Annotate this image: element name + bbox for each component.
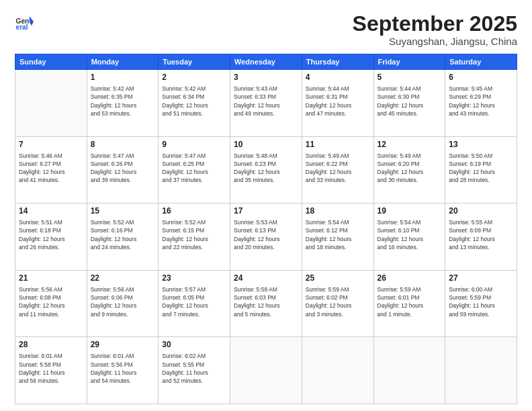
day-info: Sunrise: 5:56 AM Sunset: 6:08 PM Dayligh… — [19, 285, 83, 318]
calendar-cell — [302, 337, 373, 404]
weekday-header-thursday: Thursday — [302, 54, 373, 70]
day-number: 21 — [19, 273, 83, 284]
calendar-week-row: 1Sunrise: 5:42 AM Sunset: 6:35 PM Daylig… — [15, 70, 517, 137]
weekday-header-wednesday: Wednesday — [230, 54, 302, 70]
calendar-cell: 30Sunrise: 6:02 AM Sunset: 5:55 PM Dayli… — [159, 337, 230, 404]
calendar-table: SundayMondayTuesdayWednesdayThursdayFrid… — [15, 54, 517, 404]
weekday-header-friday: Friday — [373, 54, 445, 70]
calendar-cell: 4Sunrise: 5:44 AM Sunset: 6:31 PM Daylig… — [302, 70, 373, 137]
day-info: Sunrise: 5:54 AM Sunset: 6:12 PM Dayligh… — [306, 218, 370, 251]
day-number: 11 — [306, 139, 370, 150]
calendar-cell: 21Sunrise: 5:56 AM Sunset: 6:08 PM Dayli… — [15, 270, 87, 337]
day-number: 18 — [306, 205, 370, 217]
calendar-cell — [15, 70, 87, 137]
day-number: 26 — [378, 273, 442, 284]
calendar-cell: 18Sunrise: 5:54 AM Sunset: 6:12 PM Dayli… — [302, 203, 373, 271]
calendar-cell: 14Sunrise: 5:51 AM Sunset: 6:18 PM Dayli… — [15, 203, 87, 271]
day-info: Sunrise: 5:54 AM Sunset: 6:10 PM Dayligh… — [378, 218, 442, 251]
calendar-cell: 15Sunrise: 5:52 AM Sunset: 6:16 PM Dayli… — [87, 203, 159, 271]
day-info: Sunrise: 5:59 AM Sunset: 6:01 PM Dayligh… — [378, 285, 442, 318]
calendar-header-row: SundayMondayTuesdayWednesdayThursdayFrid… — [15, 54, 517, 70]
day-number: 30 — [162, 339, 226, 351]
day-number: 22 — [91, 273, 155, 284]
calendar-cell: 2Sunrise: 5:42 AM Sunset: 6:34 PM Daylig… — [159, 70, 230, 137]
day-info: Sunrise: 5:47 AM Sunset: 6:26 PM Dayligh… — [91, 152, 155, 185]
day-number: 24 — [234, 273, 298, 284]
day-info: Sunrise: 5:56 AM Sunset: 6:06 PM Dayligh… — [91, 285, 155, 318]
calendar-cell: 7Sunrise: 5:46 AM Sunset: 6:27 PM Daylig… — [15, 136, 87, 203]
day-number: 16 — [162, 205, 226, 217]
day-info: Sunrise: 5:47 AM Sunset: 6:25 PM Dayligh… — [162, 152, 226, 185]
calendar-cell: 12Sunrise: 5:49 AM Sunset: 6:20 PM Dayli… — [373, 136, 445, 203]
main-title: September 2025 — [353, 12, 517, 36]
day-number: 12 — [378, 139, 442, 150]
day-info: Sunrise: 5:51 AM Sunset: 6:18 PM Dayligh… — [19, 218, 83, 251]
day-info: Sunrise: 6:00 AM Sunset: 5:59 PM Dayligh… — [449, 285, 513, 318]
calendar-week-row: 14Sunrise: 5:51 AM Sunset: 6:18 PM Dayli… — [15, 203, 517, 271]
calendar-cell: 5Sunrise: 5:44 AM Sunset: 6:30 PM Daylig… — [373, 70, 445, 137]
calendar-cell: 27Sunrise: 6:00 AM Sunset: 5:59 PM Dayli… — [445, 270, 517, 337]
day-info: Sunrise: 6:01 AM Sunset: 5:58 PM Dayligh… — [19, 352, 83, 385]
day-info: Sunrise: 5:52 AM Sunset: 6:16 PM Dayligh… — [91, 218, 155, 251]
day-number: 5 — [378, 72, 442, 83]
calendar-cell: 26Sunrise: 5:59 AM Sunset: 6:01 PM Dayli… — [373, 270, 445, 337]
svg-marker-3 — [30, 21, 34, 26]
day-info: Sunrise: 5:43 AM Sunset: 6:33 PM Dayligh… — [234, 85, 298, 118]
day-number: 14 — [19, 205, 83, 217]
day-number: 4 — [306, 72, 370, 83]
calendar-cell: 22Sunrise: 5:56 AM Sunset: 6:06 PM Dayli… — [87, 270, 159, 337]
day-number: 15 — [91, 205, 155, 217]
calendar-cell — [373, 337, 445, 404]
day-info: Sunrise: 5:50 AM Sunset: 6:19 PM Dayligh… — [449, 152, 513, 185]
calendar-cell: 29Sunrise: 6:01 AM Sunset: 5:56 PM Dayli… — [87, 337, 159, 404]
day-info: Sunrise: 5:44 AM Sunset: 6:31 PM Dayligh… — [306, 85, 370, 118]
day-info: Sunrise: 5:52 AM Sunset: 6:15 PM Dayligh… — [162, 218, 226, 251]
calendar-cell: 23Sunrise: 5:57 AM Sunset: 6:05 PM Dayli… — [159, 270, 230, 337]
calendar-cell: 6Sunrise: 5:45 AM Sunset: 6:29 PM Daylig… — [445, 70, 517, 137]
calendar-cell: 13Sunrise: 5:50 AM Sunset: 6:19 PM Dayli… — [445, 136, 517, 203]
day-info: Sunrise: 5:42 AM Sunset: 6:35 PM Dayligh… — [91, 85, 155, 118]
day-info: Sunrise: 5:49 AM Sunset: 6:20 PM Dayligh… — [378, 152, 442, 185]
day-number: 20 — [449, 205, 513, 217]
day-number: 27 — [449, 273, 513, 284]
day-number: 25 — [306, 273, 370, 284]
calendar-cell: 25Sunrise: 5:59 AM Sunset: 6:02 PM Dayli… — [302, 270, 373, 337]
calendar-cell: 16Sunrise: 5:52 AM Sunset: 6:15 PM Dayli… — [159, 203, 230, 271]
weekday-header-sunday: Sunday — [15, 54, 87, 70]
day-number: 17 — [234, 205, 298, 217]
svg-marker-2 — [30, 16, 34, 21]
calendar-cell — [445, 337, 517, 404]
calendar-cell: 11Sunrise: 5:49 AM Sunset: 6:22 PM Dayli… — [302, 136, 373, 203]
day-info: Sunrise: 5:57 AM Sunset: 6:05 PM Dayligh… — [162, 285, 226, 318]
day-info: Sunrise: 5:48 AM Sunset: 6:23 PM Dayligh… — [234, 152, 298, 185]
day-number: 10 — [234, 139, 298, 150]
day-number: 19 — [378, 205, 442, 217]
calendar-cell: 24Sunrise: 5:58 AM Sunset: 6:03 PM Dayli… — [230, 270, 302, 337]
logo-icon: Gen eral — [15, 12, 34, 31]
day-number: 8 — [91, 139, 155, 150]
day-info: Sunrise: 6:01 AM Sunset: 5:56 PM Dayligh… — [91, 352, 155, 385]
day-info: Sunrise: 5:58 AM Sunset: 6:03 PM Dayligh… — [234, 285, 298, 318]
weekday-header-tuesday: Tuesday — [159, 54, 230, 70]
subtitle: Suyangshan, Jiangsu, China — [353, 36, 517, 47]
calendar-week-row: 28Sunrise: 6:01 AM Sunset: 5:58 PM Dayli… — [15, 337, 517, 404]
day-info: Sunrise: 5:45 AM Sunset: 6:29 PM Dayligh… — [449, 85, 513, 118]
day-number: 29 — [91, 339, 155, 351]
calendar-cell: 28Sunrise: 6:01 AM Sunset: 5:58 PM Dayli… — [15, 337, 87, 404]
day-number: 7 — [19, 139, 83, 150]
calendar-cell: 10Sunrise: 5:48 AM Sunset: 6:23 PM Dayli… — [230, 136, 302, 203]
day-number: 28 — [19, 339, 83, 351]
calendar-cell: 1Sunrise: 5:42 AM Sunset: 6:35 PM Daylig… — [87, 70, 159, 137]
weekday-header-saturday: Saturday — [445, 54, 517, 70]
day-info: Sunrise: 5:42 AM Sunset: 6:34 PM Dayligh… — [162, 85, 226, 118]
header: Gen eral September 2025 Suyangshan, Jian… — [15, 12, 517, 47]
day-info: Sunrise: 5:44 AM Sunset: 6:30 PM Dayligh… — [378, 85, 442, 118]
day-info: Sunrise: 5:49 AM Sunset: 6:22 PM Dayligh… — [306, 152, 370, 185]
day-info: Sunrise: 5:55 AM Sunset: 6:09 PM Dayligh… — [449, 218, 513, 251]
day-number: 2 — [162, 72, 226, 83]
page: Gen eral September 2025 Suyangshan, Jian… — [0, 0, 532, 411]
calendar-week-row: 7Sunrise: 5:46 AM Sunset: 6:27 PM Daylig… — [15, 136, 517, 203]
day-info: Sunrise: 5:46 AM Sunset: 6:27 PM Dayligh… — [19, 152, 83, 185]
day-number: 23 — [162, 273, 226, 284]
calendar-cell: 9Sunrise: 5:47 AM Sunset: 6:25 PM Daylig… — [159, 136, 230, 203]
